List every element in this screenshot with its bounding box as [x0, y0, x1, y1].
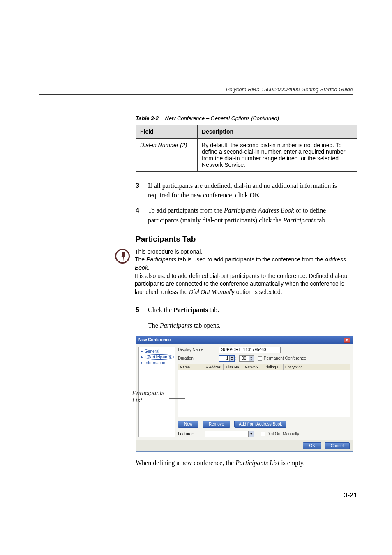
row-duration: Duration: ▲▼ : ▲▼ — [178, 355, 350, 362]
text: The — [148, 322, 160, 329]
col-ip[interactable]: IP Addres — [203, 364, 224, 370]
text: Click the — [148, 306, 173, 313]
text: tab opens. — [192, 322, 221, 329]
nav-label: General — [145, 349, 159, 354]
spinner-arrows-icon[interactable]: ▲▼ — [229, 356, 234, 361]
col-description: Description — [198, 125, 357, 139]
cancel-button[interactable]: Cancel — [325, 442, 350, 449]
duration-hours-stepper[interactable]: ▲▼ — [219, 355, 235, 362]
checkbox-label: Permanent Conference — [264, 356, 306, 361]
step-number: 5 — [136, 305, 148, 314]
steps-list: 3 If all participants are undefined, dia… — [136, 181, 357, 225]
step-body: Click the Participants tab. — [148, 305, 357, 314]
italic: Participants List — [235, 459, 279, 466]
spinner-arrows-icon[interactable]: ▲▼ — [249, 356, 254, 361]
text: If all participants are undefined, dial-… — [148, 182, 337, 199]
text: The — [135, 256, 146, 263]
text: . — [148, 264, 150, 271]
duration-minutes-input[interactable] — [240, 356, 249, 361]
italic: Participants — [283, 217, 316, 224]
nav-label: Information — [145, 361, 165, 365]
running-header: Polycom RMX 1500/2000/4000 Getting Start… — [226, 86, 353, 92]
remove-button[interactable]: Remove — [203, 421, 230, 428]
dropdown-icon: ▼ — [248, 431, 254, 437]
text: When defining a new conference, the — [136, 459, 235, 466]
bold: OK — [249, 192, 260, 199]
col-alias[interactable]: Alias Na — [224, 364, 243, 370]
dialog-titlebar[interactable]: New Conference ✕ — [136, 336, 353, 344]
chevron-right-icon: ▶ — [141, 355, 143, 359]
duration-hours-input[interactable] — [219, 356, 229, 361]
ok-button[interactable]: OK — [303, 442, 321, 449]
col-name[interactable]: Name — [178, 364, 203, 370]
chevron-right-icon: ▶ — [141, 349, 143, 353]
checkbox-icon — [261, 432, 265, 436]
step-3: 3 If all participants are undefined, dia… — [136, 181, 357, 200]
callout-participants-list: Participants List — [132, 389, 164, 404]
col-network[interactable]: Network — [243, 364, 263, 370]
table-caption-title: New Conference – General Options (Contin… — [165, 115, 279, 121]
dialog-footer: OK Cancel — [136, 440, 353, 451]
permanent-conference-checkbox[interactable]: Permanent Conference — [258, 356, 306, 361]
close-icon[interactable]: ✕ — [344, 338, 350, 343]
nav-item-participants[interactable]: ▶ Participants — [139, 354, 175, 360]
checkbox-icon — [258, 356, 262, 361]
step-5-result: The Participants tab opens. — [148, 321, 357, 330]
checkbox-label: Dial Out Manually — [267, 432, 299, 436]
row-lecturer: Lecturer: ▼ Dial Out Manually — [178, 431, 350, 437]
new-button[interactable]: New — [178, 421, 198, 428]
note-text: This procedure is optional. The Particip… — [135, 248, 357, 296]
duration-separator: : — [235, 356, 237, 361]
step-number: 4 — [136, 206, 148, 224]
callout-line2: List — [132, 397, 142, 404]
text: is empty. — [279, 459, 305, 466]
note-line: The Participants tab is used to add part… — [135, 256, 357, 272]
participants-grid[interactable]: Name IP Addres Alias Na Network Dialing … — [178, 364, 350, 417]
row-display-name: Display Name: — [178, 347, 350, 353]
text: tab is used to add participants to the c… — [176, 256, 325, 263]
note-block: This procedure is optional. The Particip… — [115, 248, 357, 296]
cell-field: Dial-in Number (2) — [136, 139, 198, 172]
step-body: If all participants are undefined, dial-… — [148, 181, 357, 200]
text: tab. — [316, 217, 327, 224]
col-dialing[interactable]: Dialing Di — [263, 364, 284, 370]
chevron-right-icon: ▶ — [141, 361, 143, 365]
grid-buttons-row: New Remove Add from Address Book — [178, 421, 350, 428]
bold: Participants — [173, 306, 208, 313]
label-display-name: Display Name: — [178, 347, 219, 352]
nav-label: Participants — [145, 354, 174, 360]
nav-item-information[interactable]: ▶ Information — [139, 360, 175, 365]
col-encryption[interactable]: Encryption — [284, 364, 350, 370]
text: tab. — [208, 306, 219, 313]
options-table: Field Description Dial-in Number (2) By … — [136, 125, 357, 172]
dialog-main: Display Name: Duration: ▲▼ : — [178, 347, 350, 437]
step-4: 4 To add participants from the Participa… — [136, 206, 357, 224]
text: To add participants from the — [148, 207, 224, 214]
text: option is selected. — [235, 289, 282, 295]
italic: Dial Out Manually — [189, 289, 235, 295]
add-from-address-book-button[interactable]: Add from Address Book — [234, 421, 286, 428]
lecturer-select[interactable]: ▼ — [205, 431, 254, 437]
col-field: Field — [136, 125, 198, 139]
section-heading: Participants Tab — [136, 235, 357, 244]
display-name-input[interactable] — [219, 347, 281, 353]
italic: Participants Address Book — [224, 207, 294, 214]
label-lecturer: Lecturer: — [178, 432, 203, 436]
table-row: Dial-in Number (2) By default, the secon… — [136, 139, 357, 172]
grid-header: Name IP Addres Alias Na Network Dialing … — [178, 364, 350, 370]
cell-description: By default, the second dial-in number is… — [198, 139, 357, 172]
nav-item-general[interactable]: ▶ General — [139, 349, 175, 354]
step-number: 3 — [136, 181, 148, 200]
dialog-body: ▶ General ▶ Participants ▶ Information — [136, 344, 353, 440]
step-5: 5 Click the Participants tab. — [136, 305, 357, 314]
steps-list-2: 5 Click the Participants tab. The Partic… — [136, 305, 357, 330]
dial-out-manually-checkbox[interactable]: Dial Out Manually — [261, 432, 299, 436]
italic: Participants — [146, 256, 176, 263]
screenshot-wrapper: Participants List New Conference ✕ ▶ Gen… — [136, 336, 357, 452]
italic: Participants — [160, 322, 192, 329]
table-caption: Table 3-2 New Conference – General Optio… — [136, 115, 357, 121]
dialog-title: New Conference — [138, 338, 171, 343]
duration-minutes-stepper[interactable]: ▲▼ — [239, 355, 254, 362]
label-duration: Duration: — [178, 356, 219, 361]
callout-connector — [169, 398, 185, 399]
